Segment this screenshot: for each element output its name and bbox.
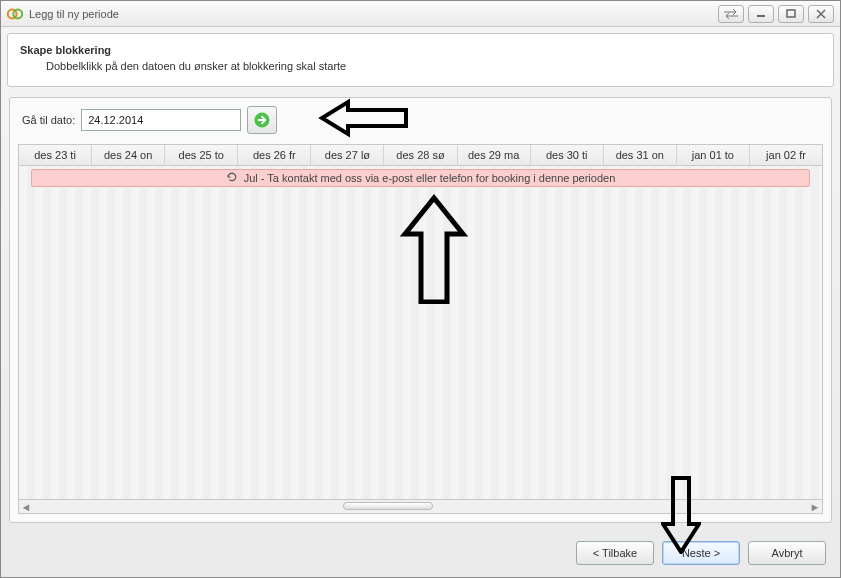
scroll-left[interactable]: ◄ xyxy=(19,501,33,513)
goto-label: Gå til dato: xyxy=(18,114,75,126)
header-title: Skape blokkering xyxy=(20,44,821,56)
svg-rect-3 xyxy=(787,10,795,17)
calendar-col[interactable]: jan 01 to xyxy=(677,145,750,165)
refresh-icon xyxy=(226,171,238,185)
scroll-thumb[interactable] xyxy=(343,502,433,510)
cancel-button[interactable]: Avbryt xyxy=(748,541,826,565)
blocking-banner[interactable]: Jul - Ta kontakt med oss via e-post elle… xyxy=(31,169,810,187)
titlebar: Legg til ny periode xyxy=(1,1,840,27)
svg-point-1 xyxy=(13,9,22,18)
calendar-col[interactable]: des 24 on xyxy=(92,145,165,165)
calendar-col[interactable]: des 23 ti xyxy=(19,145,92,165)
next-button[interactable]: Neste > xyxy=(662,541,740,565)
calendar-col[interactable]: des 27 lø xyxy=(311,145,384,165)
app-icon xyxy=(7,6,23,22)
close-button[interactable] xyxy=(808,5,834,23)
window-title: Legg til ny periode xyxy=(29,8,119,20)
annotation-arrow-up xyxy=(399,194,469,304)
blocking-banner-text: Jul - Ta kontakt med oss via e-post elle… xyxy=(244,172,616,184)
calendar-body[interactable]: Jul - Ta kontakt med oss via e-post elle… xyxy=(19,166,822,499)
minimize-button[interactable] xyxy=(748,5,774,23)
calendar-col[interactable]: jan 02 fr xyxy=(750,145,822,165)
swap-button[interactable] xyxy=(718,5,744,23)
calendar-col[interactable]: des 31 on xyxy=(604,145,677,165)
scrollbar-horizontal[interactable]: ◄ ► xyxy=(19,499,822,513)
annotation-arrow-left xyxy=(318,98,408,138)
goto-row: Gå til dato: xyxy=(18,106,823,134)
calendar-col[interactable]: des 26 fr xyxy=(238,145,311,165)
footer: < Tilbake Neste > Avbryt xyxy=(1,531,840,577)
calendar-header: des 23 ti des 24 on des 25 to des 26 fr … xyxy=(19,145,822,166)
scroll-track[interactable] xyxy=(33,500,808,513)
header-subtitle: Dobbelklikk på den datoen du ønsker at b… xyxy=(46,60,821,72)
header: Skape blokkering Dobbelklikk på den dato… xyxy=(7,33,834,87)
goto-date-input[interactable] xyxy=(81,109,241,131)
calendar: des 23 ti des 24 on des 25 to des 26 fr … xyxy=(18,144,823,514)
goto-button[interactable] xyxy=(247,106,277,134)
dialog-window: Legg til ny periode Skape blokkering Dob… xyxy=(0,0,841,578)
content: Gå til dato: des 23 ti des 24 on des 25 … xyxy=(9,97,832,523)
calendar-col[interactable]: des 25 to xyxy=(165,145,238,165)
calendar-col[interactable]: des 28 sø xyxy=(384,145,457,165)
calendar-col[interactable]: des 29 ma xyxy=(458,145,531,165)
maximize-button[interactable] xyxy=(778,5,804,23)
back-button[interactable]: < Tilbake xyxy=(576,541,654,565)
calendar-col[interactable]: des 30 ti xyxy=(531,145,604,165)
scroll-right[interactable]: ► xyxy=(808,501,822,513)
